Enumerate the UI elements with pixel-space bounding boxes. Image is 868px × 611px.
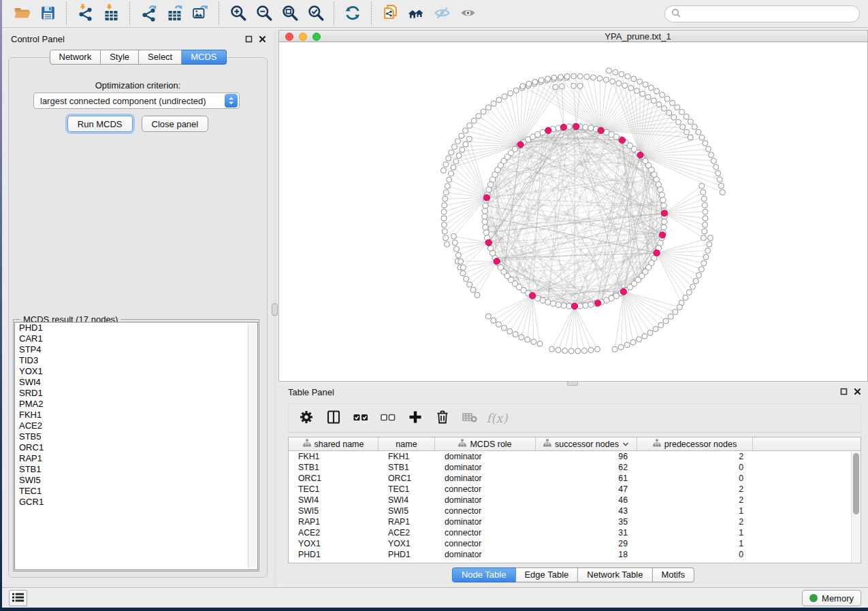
- float-icon[interactable]: [840, 387, 848, 397]
- table-tab-motifs[interactable]: Motifs: [652, 567, 694, 582]
- mcds-result-item[interactable]: FKH1: [15, 410, 257, 420]
- refresh-button[interactable]: [340, 2, 366, 25]
- table-cell: 0: [637, 473, 753, 484]
- refresh-icon: [344, 4, 361, 24]
- settings-gear-button[interactable]: [294, 406, 319, 431]
- export-image-icon: [191, 4, 210, 24]
- zoom-fit-button[interactable]: [276, 2, 302, 25]
- mcds-result-item[interactable]: SWI4: [15, 377, 257, 388]
- mcds-result-item[interactable]: ORC1: [15, 442, 257, 453]
- column-header-shared-name[interactable]: shared name: [289, 437, 379, 450]
- mcds-result-item[interactable]: SRD1: [15, 388, 257, 399]
- maximize-traffic-light[interactable]: [312, 33, 321, 41]
- column-header-name[interactable]: name: [379, 437, 435, 450]
- close-traffic-light[interactable]: [285, 33, 293, 41]
- export-table-button[interactable]: [161, 2, 187, 25]
- mcds-result-item[interactable]: SWI5: [15, 475, 257, 486]
- close-icon[interactable]: [854, 387, 861, 397]
- table-tab-edge-table[interactable]: Edge Table: [515, 567, 578, 582]
- tab-style[interactable]: Style: [101, 50, 139, 65]
- column-header-predecessor-nodes[interactable]: predecessor nodes: [637, 437, 753, 450]
- show-all-button[interactable]: [455, 2, 481, 25]
- table-row[interactable]: SWI4SWI4dominator462: [289, 495, 861, 506]
- save-session-button[interactable]: [35, 2, 61, 25]
- tab-network[interactable]: Network: [49, 50, 101, 65]
- duplicate-network-icon: [381, 3, 400, 24]
- show-columns-button[interactable]: [321, 406, 346, 431]
- duplicate-network-button[interactable]: [377, 2, 403, 25]
- zoom-in-button[interactable]: [225, 2, 251, 25]
- close-icon[interactable]: [259, 35, 266, 45]
- table-cell: 35: [536, 516, 637, 527]
- column-header-successor-nodes[interactable]: successor nodes: [536, 437, 637, 450]
- mcds-result-item[interactable]: TID3: [15, 355, 257, 366]
- horizontal-splitter-handle[interactable]: [567, 381, 578, 386]
- table-cell: 18: [536, 549, 637, 560]
- table-row[interactable]: FKH1FKH1dominator962: [289, 451, 861, 462]
- first-neighbors-icon: [406, 5, 425, 23]
- run-mcds-button[interactable]: Run MCDS: [67, 116, 133, 132]
- import-network-button[interactable]: [72, 2, 98, 25]
- network-titlebar[interactable]: YPA_prune.txt_1: [278, 30, 868, 42]
- mcds-result-item[interactable]: ACE2: [15, 420, 257, 431]
- table-cell: ORC1: [289, 473, 379, 484]
- float-icon[interactable]: [245, 35, 253, 45]
- toolbar-separator: [371, 2, 372, 25]
- mcds-list-scrollbar[interactable]: [248, 323, 257, 569]
- table-row[interactable]: YOX1YOX1connector291: [289, 538, 861, 549]
- tab-mcds[interactable]: MCDS: [182, 50, 226, 65]
- mcds-result-item[interactable]: CAR1: [15, 333, 257, 344]
- mcds-result-item[interactable]: STP4: [15, 344, 257, 355]
- zoom-selected-button[interactable]: [302, 2, 328, 25]
- table-cell: dominator: [435, 495, 536, 506]
- table-row[interactable]: STB1STB1dominator620: [289, 462, 861, 473]
- table-scrollbar[interactable]: [851, 452, 860, 562]
- search-field[interactable]: [664, 5, 860, 22]
- mcds-result-item[interactable]: STB5: [15, 431, 257, 442]
- mcds-panel: Optimization criterion: largest connecte…: [8, 57, 268, 578]
- table-tab-network-table[interactable]: Network Table: [578, 567, 652, 582]
- show-columns-icon: [325, 409, 342, 427]
- mcds-result-item[interactable]: STB1: [15, 464, 257, 475]
- memory-button[interactable]: Memory: [802, 590, 861, 606]
- mcds-result-item[interactable]: TEC1: [15, 486, 257, 497]
- open-file-button[interactable]: [9, 2, 35, 25]
- mcds-result-groupbox: MCDS result (17 nodes) PHD1CAR1STP4TID3Y…: [13, 319, 259, 572]
- zoom-out-button[interactable]: [251, 2, 276, 25]
- table-row[interactable]: SWI5SWI5connector431: [289, 506, 861, 516]
- clear-checkboxes-button[interactable]: [376, 406, 400, 431]
- table-row[interactable]: RAP1RAP1dominator352: [289, 516, 861, 527]
- import-table-button[interactable]: [98, 2, 124, 25]
- mcds-result-item[interactable]: YOX1: [15, 366, 257, 377]
- table-scrollbar-thumb[interactable]: [853, 453, 859, 514]
- table-tab-node-table[interactable]: Node Table: [452, 567, 516, 582]
- import-table-icon: [102, 4, 120, 24]
- first-neighbors-button[interactable]: [403, 2, 429, 25]
- table-row[interactable]: TEC1TEC1connector472: [289, 484, 861, 495]
- mcds-result-item[interactable]: PHD1: [15, 323, 257, 333]
- table-row[interactable]: PHD1PHD1dominator180: [289, 549, 861, 560]
- mcds-result-item[interactable]: GCR1: [15, 497, 257, 508]
- add-column-button[interactable]: [403, 406, 428, 431]
- export-network-button[interactable]: [135, 2, 161, 25]
- export-image-button[interactable]: [187, 2, 213, 25]
- minimize-traffic-light[interactable]: [299, 33, 307, 41]
- tab-select[interactable]: Select: [139, 50, 182, 65]
- search-input[interactable]: [684, 9, 853, 19]
- select-all-checkboxes-button[interactable]: [349, 406, 373, 431]
- network-graph[interactable]: [279, 42, 868, 381]
- mcds-result-item[interactable]: RAP1: [15, 453, 257, 464]
- hide-selected-button[interactable]: [429, 2, 455, 25]
- mcds-result-item[interactable]: PMA2: [15, 399, 257, 410]
- delete-column-button[interactable]: [430, 406, 455, 431]
- table-row[interactable]: ORC1ORC1dominator610: [289, 473, 861, 484]
- close-panel-button[interactable]: Close panel: [142, 116, 209, 132]
- mcds-result-list[interactable]: PHD1CAR1STP4TID3YOX1SWI4SRD1PMA2FKH1ACE2…: [14, 322, 258, 570]
- export-table-icon: [165, 4, 184, 24]
- show-panels-button[interactable]: [9, 590, 27, 606]
- network-canvas[interactable]: [278, 42, 868, 382]
- criterion-dropdown[interactable]: largest connected component (undirected): [33, 93, 240, 109]
- column-header-MCDS-role[interactable]: MCDS role: [435, 437, 536, 450]
- table-row[interactable]: ACE2ACE2connector311: [289, 527, 861, 538]
- table-panel: Table Panel f(x) shared namenameMCDS rol…: [278, 383, 868, 585]
